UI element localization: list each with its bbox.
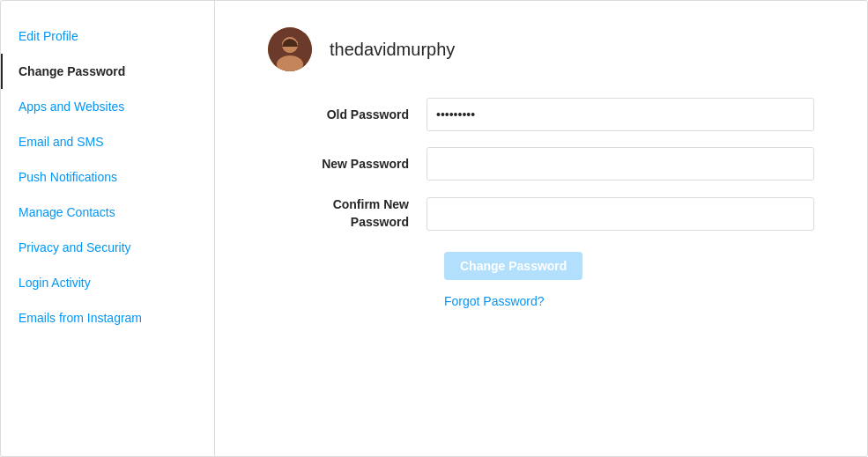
forgot-password-link[interactable]: Forgot Password? [444,294,814,308]
old-password-input[interactable] [427,98,814,131]
sidebar: Edit ProfileChange PasswordApps and Webs… [1,1,215,456]
button-row: Change Password [268,247,814,280]
sidebar-item-login-activity[interactable]: Login Activity [1,265,214,300]
profile-header: thedavidmurphy [268,27,814,71]
username: thedavidmurphy [330,40,455,60]
sidebar-item-email-sms[interactable]: Email and SMS [1,124,214,159]
confirm-password-label: Confirm New Password [268,196,427,231]
sidebar-item-emails-instagram[interactable]: Emails from Instagram [1,300,214,335]
sidebar-item-apps-websites[interactable]: Apps and Websites [1,89,214,124]
new-password-label: New Password [268,157,427,171]
sidebar-item-push-notifications[interactable]: Push Notifications [1,159,214,195]
settings-container: Edit ProfileChange PasswordApps and Webs… [0,0,868,457]
new-password-row: New Password [268,147,814,181]
old-password-label: Old Password [268,107,427,122]
confirm-password-input[interactable] [427,197,814,231]
sidebar-item-edit-profile[interactable]: Edit Profile [1,18,214,54]
sidebar-item-change-password[interactable]: Change Password [1,54,214,89]
sidebar-item-manage-contacts[interactable]: Manage Contacts [1,195,214,230]
change-password-form: Old Password New Password Confirm New Pa… [268,98,814,308]
avatar [268,27,312,71]
new-password-input[interactable] [427,147,814,181]
old-password-row: Old Password [268,98,814,131]
confirm-password-row: Confirm New Password [268,196,814,231]
main-content: thedavidmurphy Old Password New Password… [215,1,867,456]
change-password-button[interactable]: Change Password [444,252,582,280]
sidebar-item-privacy-security[interactable]: Privacy and Security [1,230,214,265]
